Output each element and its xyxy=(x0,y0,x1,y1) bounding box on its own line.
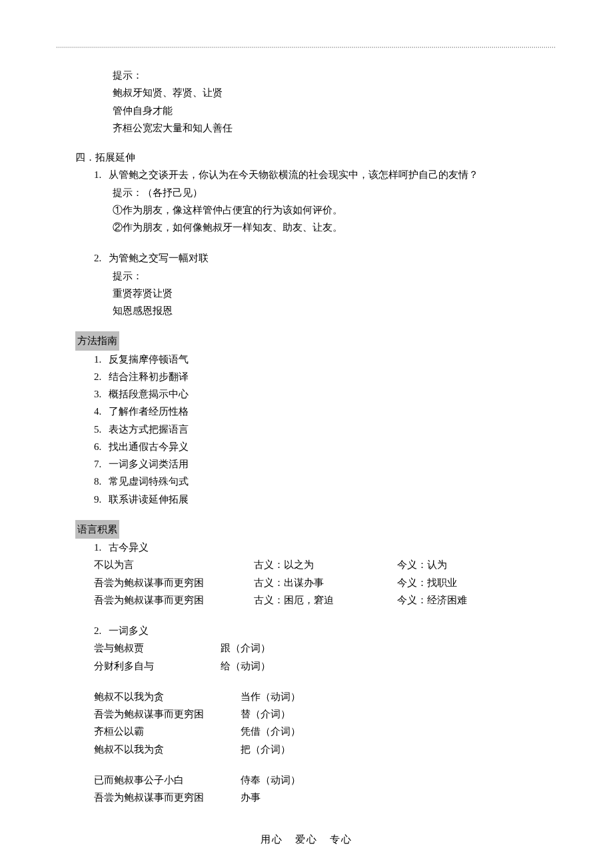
old-meaning: 古义：以之为 xyxy=(254,556,397,573)
hints-line: 齐桓公宽宏大量和知人善任 xyxy=(113,119,556,137)
item-number: 5. xyxy=(94,421,109,438)
hints-line: 管仲自身才能 xyxy=(113,102,556,119)
method-list: 1.反复揣摩停顿语气 2.结合注释初步翻译 3.概括段意揭示中心 4.了解作者经… xyxy=(94,351,556,508)
polysemy-row: 鲍叔不以我为贪 把（介词） xyxy=(94,741,556,758)
polysemy-row: 已而鲍叔事公子小白 侍奉（动词） xyxy=(94,771,556,789)
method-item: 8.常见虚词特殊句式 xyxy=(94,473,556,490)
item-text: 一词多义词类活用 xyxy=(109,455,189,473)
item-number: 2. xyxy=(94,249,109,267)
hints-label: 提示： xyxy=(113,67,556,84)
meaning: 当作（动词） xyxy=(241,688,301,705)
item-number: 2. xyxy=(94,368,109,385)
meaning: 跟（介词） xyxy=(221,639,271,657)
meaning: 凭借（介词） xyxy=(241,723,301,740)
hint-label: 提示： xyxy=(113,267,556,285)
phrase: 分财利多自与 xyxy=(94,657,221,675)
ancient-modern-row: 吾尝为鲍叔谋事而更穷困 古义：困厄，窘迫 今义：经济困难 xyxy=(94,591,556,609)
hint-label: 提示：（各抒己见） xyxy=(113,184,556,201)
item-text: 了解作者经历性格 xyxy=(109,403,189,420)
item-number: 7. xyxy=(94,455,109,473)
item-number: 4. xyxy=(94,403,109,420)
page-footer: 用心爱心专心 xyxy=(0,831,613,848)
footer-word: 用心 xyxy=(261,834,283,845)
method-item: 3.概括段意揭示中心 xyxy=(94,385,556,403)
phrase: 不以为言 xyxy=(94,556,254,573)
polysemy-row: 尝与鲍叔贾 跟（介词） xyxy=(94,639,556,657)
phrase: 已而鲍叔事公子小白 xyxy=(94,771,241,789)
method-item: 1.反复揣摩停顿语气 xyxy=(94,351,556,368)
hints-line: 鲍叔牙知贤、荐贤、让贤 xyxy=(113,84,556,101)
meaning: 侍奉（动词） xyxy=(241,771,301,789)
method-item: 6.找出通假古今异义 xyxy=(94,438,556,455)
item-text: 从管鲍之交谈开去，你认为在今天物欲横流的社会现实中，该怎样呵护自己的友情？ xyxy=(109,166,478,183)
item-number: 1. xyxy=(94,351,109,368)
ancient-modern-row: 不以为言 古义：以之为 今义：认为 xyxy=(94,556,556,573)
couplet-line: 重贤荐贤让贤 xyxy=(113,285,556,302)
item-number: 3. xyxy=(94,385,109,403)
phrase: 齐桓公以霸 xyxy=(94,723,241,740)
section-4-item-2: 2. 为管鲍之交写一幅对联 xyxy=(94,249,556,267)
meaning: 把（介词） xyxy=(241,741,291,758)
phrase: 吾尝为鲍叔谋事而更穷困 xyxy=(94,574,254,591)
hints-block: 提示： 鲍叔牙知贤、荐贤、让贤 管仲自身才能 齐桓公宽宏大量和知人善任 xyxy=(113,67,556,137)
polysemy-row: 分财利多自与 给（动词） xyxy=(94,657,556,675)
item-number: 6. xyxy=(94,438,109,455)
sub-point: ①作为朋友，像这样管仲占便宜的行为该如何评价。 xyxy=(113,201,556,219)
method-item: 4.了解作者经历性格 xyxy=(94,403,556,420)
top-rule xyxy=(57,47,556,48)
item-number: 8. xyxy=(94,473,109,490)
phrase: 吾尝为鲍叔谋事而更穷困 xyxy=(94,591,254,609)
language-part-2: 2. 一词多义 xyxy=(94,622,556,639)
phrase: 吾尝为鲍叔谋事而更穷困 xyxy=(94,705,241,723)
old-meaning: 古义：困厄，窘迫 xyxy=(254,591,397,609)
footer-word: 爱心 xyxy=(295,834,318,845)
phrase: 尝与鲍叔贾 xyxy=(94,639,221,657)
ancient-modern-row: 吾尝为鲍叔谋事而更穷困 古义：出谋办事 今义：找职业 xyxy=(94,574,556,591)
item-number: 1. xyxy=(94,539,109,556)
polysemy-row: 鲍叔不以我为贪 当作（动词） xyxy=(94,688,556,705)
new-meaning: 今义：经济困难 xyxy=(397,591,556,609)
language-part-1: 1. 古今异义 xyxy=(94,539,556,556)
item-text: 结合注释初步翻译 xyxy=(109,368,189,385)
phrase: 吾尝为鲍叔谋事而更穷困 xyxy=(94,789,241,806)
new-meaning: 今义：找职业 xyxy=(397,574,556,591)
item-number: 1. xyxy=(94,166,109,183)
polysemy-row: 齐桓公以霸 凭借（介词） xyxy=(94,723,556,740)
footer-word: 专心 xyxy=(330,834,352,845)
phrase: 鲍叔不以我为贪 xyxy=(94,741,241,758)
section-4-item-1: 1. 从管鲍之交谈开去，你认为在今天物欲横流的社会现实中，该怎样呵护自己的友情？ xyxy=(94,166,556,183)
new-meaning: 今义：认为 xyxy=(397,556,556,573)
item-text: 找出通假古今异义 xyxy=(109,438,189,455)
item-number: 2. xyxy=(94,622,109,639)
item-text: 一词多义 xyxy=(109,622,149,639)
item-text: 为管鲍之交写一幅对联 xyxy=(109,249,209,267)
item-text: 表达方式把握语言 xyxy=(109,421,189,438)
meaning: 办事 xyxy=(241,789,261,806)
sub-point: ②作为朋友，如何像鲍叔牙一样知友、助友、让友。 xyxy=(113,219,556,236)
old-meaning: 古义：出谋办事 xyxy=(254,574,397,591)
method-item: 9.联系讲读延伸拓展 xyxy=(94,491,556,508)
item-text: 联系讲读延伸拓展 xyxy=(109,491,189,508)
item-text: 概括段意揭示中心 xyxy=(109,385,189,403)
meaning: 替（介词） xyxy=(241,705,291,723)
polysemy-row: 吾尝为鲍叔谋事而更穷困 替（介词） xyxy=(94,705,556,723)
couplet-line: 知恩感恩报恩 xyxy=(113,302,556,319)
polysemy-row: 吾尝为鲍叔谋事而更穷困 办事 xyxy=(94,789,556,806)
item-text: 反复揣摩停顿语气 xyxy=(109,351,189,368)
phrase: 鲍叔不以我为贪 xyxy=(94,688,241,705)
method-heading: 方法指南 xyxy=(75,331,119,350)
item-text: 古今异义 xyxy=(109,539,149,556)
meaning: 给（动词） xyxy=(221,657,271,675)
method-item: 5.表达方式把握语言 xyxy=(94,421,556,438)
item-number: 9. xyxy=(94,491,109,508)
section-4-title: 四．拓展延伸 xyxy=(75,149,556,166)
item-text: 常见虚词特殊句式 xyxy=(109,473,189,490)
language-heading: 语言积累 xyxy=(75,520,119,539)
method-item: 7.一词多义词类活用 xyxy=(94,455,556,473)
method-item: 2.结合注释初步翻译 xyxy=(94,368,556,385)
